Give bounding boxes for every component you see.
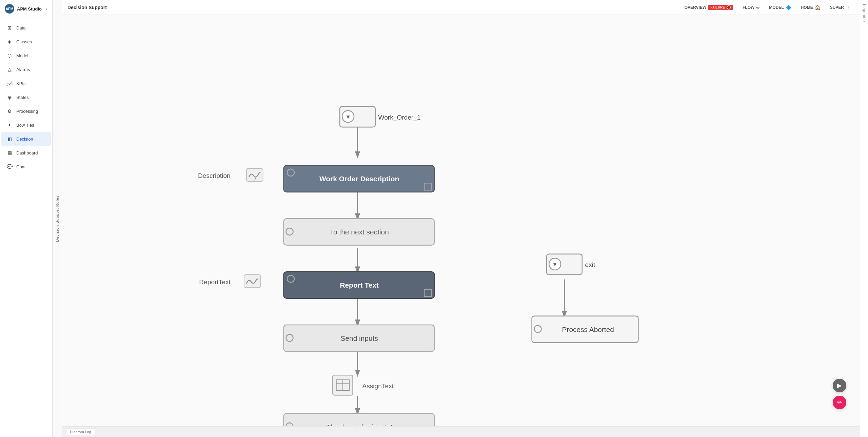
fab-container: ▶ ✏ (833, 379, 846, 409)
sidebar-item-label: Processing (16, 109, 38, 114)
bottombar: Diagram Log (62, 426, 860, 437)
svg-text:Report Text: Report Text (340, 281, 379, 289)
svg-text:Work Order Description: Work Order Description (319, 175, 399, 183)
edit-icon: ✏ (837, 399, 842, 406)
sidebar-item-label: States (16, 95, 29, 100)
svg-text:Description: Description (198, 172, 231, 179)
vertical-label-panel: Decision Support Rules (53, 0, 62, 437)
svg-text:Thank you for inputs!: Thank you for inputs! (326, 423, 392, 426)
failure-badge: FAILURE (708, 5, 733, 10)
processing-icon: ⚙ (6, 108, 13, 115)
play-button[interactable]: ▶ (833, 379, 846, 392)
node-send-inputs[interactable]: Send inputs (284, 325, 434, 351)
sidebar-item-label: Alarms (16, 67, 30, 72)
sidebar-item-label: Chat (16, 164, 25, 169)
failure-dot (727, 5, 731, 9)
svg-text:Send inputs: Send inputs (341, 334, 378, 342)
states-icon: ◉ (6, 94, 13, 101)
sidebar-item-model[interactable]: ⬡ Model (1, 49, 51, 62)
super-icon: ⋮ (846, 5, 850, 10)
sidebar-item-label: Model (16, 53, 28, 58)
home-label: HOME (801, 5, 813, 10)
nav-flow[interactable]: FLOW ∞ (738, 3, 764, 12)
sidebar-item-bow-ties[interactable]: ✦ Bow Ties (1, 118, 51, 132)
sidebar-header: APM APM Studio ‹ (0, 0, 52, 18)
sidebar-item-label: Dashboard (16, 150, 38, 155)
bow-ties-icon: ✦ (6, 122, 13, 128)
svg-text:?: ? (254, 177, 256, 182)
nav-super[interactable]: SUPER ⋮ (826, 3, 854, 12)
node-to-next-section[interactable]: To the next section (284, 218, 434, 245)
node-work-order-description[interactable]: Work Order Description (284, 165, 434, 192)
node-thank-you[interactable]: Thank you for inputs! (284, 413, 434, 426)
sidebar-item-label: KPIs (16, 81, 25, 86)
svg-text:To the next section: To the next section (330, 228, 389, 236)
svg-text:Work_Order_1: Work_Order_1 (378, 114, 420, 121)
sidebar-nav: ⊞ Data ◈ Classes ⬡ Model △ Alarms 📈 KPIs… (0, 18, 52, 437)
play-icon: ▶ (837, 382, 842, 389)
sidebar-item-data[interactable]: ⊞ Data (1, 21, 51, 35)
node-report-text[interactable]: Report Text (284, 272, 434, 298)
super-label: SUPER (830, 5, 844, 10)
topbar-nav: OVERVIEW FAILURE FLOW ∞ MODEL 🔷 HOME 🏠 S… (680, 3, 854, 12)
main-area: Decision Support OVERVIEW FAILURE FLOW ∞… (62, 0, 860, 437)
app-logo: APM (5, 4, 14, 14)
overview-label: OVERVIEW (685, 5, 706, 10)
sidebar-item-label: Classes (16, 39, 32, 44)
kpis-icon: 📈 (6, 80, 13, 87)
alarms-icon: △ (6, 66, 13, 73)
flow-diagram: ▼ Work_Order_1 Work Order Description De… (62, 15, 860, 426)
page-title: Decision Support (67, 5, 680, 10)
svg-text:AssignText: AssignText (362, 382, 394, 390)
inspector-panel: Inspector (860, 0, 868, 437)
sidebar-item-decision[interactable]: ◧ Decision (1, 132, 51, 146)
sidebar: APM APM Studio ‹ ⊞ Data ◈ Classes ⬡ Mode… (0, 0, 53, 437)
sidebar-item-classes[interactable]: ◈ Classes (1, 35, 51, 48)
svg-rect-30 (244, 275, 261, 288)
svg-text:exit: exit (585, 261, 595, 268)
svg-text:Process Aborted: Process Aborted (562, 326, 614, 333)
sidebar-item-chat[interactable]: 💬 Chat (1, 160, 51, 173)
decision-icon: ◧ (6, 136, 13, 142)
failure-text: FAILURE (710, 5, 725, 9)
chat-icon: 💬 (6, 163, 13, 170)
svg-text:▼: ▼ (345, 113, 351, 120)
node-assign-text[interactable]: AssignText (333, 375, 394, 395)
description-input: Description ? (198, 168, 263, 182)
model-icon: ⬡ (6, 52, 13, 59)
home-icon: 🏠 (815, 5, 821, 10)
sidebar-item-dashboard[interactable]: ▦ Dashboard (1, 146, 51, 160)
inspector-label[interactable]: Inspector (862, 4, 866, 22)
sidebar-item-label: Decision (16, 137, 33, 142)
data-icon: ⊞ (6, 24, 13, 31)
sidebar-item-kpis[interactable]: 📈 KPIs (1, 77, 51, 90)
flow-icon: ∞ (756, 5, 760, 10)
edit-button[interactable]: ✏ (833, 396, 846, 409)
nav-model[interactable]: MODEL 🔷 (765, 3, 795, 12)
nav-overview[interactable]: OVERVIEW FAILURE (680, 3, 737, 12)
node-exit[interactable]: ▼ exit (547, 254, 595, 275)
classes-icon: ◈ (6, 38, 13, 45)
flow-label: FLOW (743, 5, 754, 10)
canvas: ▼ Work_Order_1 Work Order Description De… (62, 15, 860, 426)
vertical-label: Decision Support Rules (55, 195, 59, 242)
sidebar-item-states[interactable]: ◉ States (1, 90, 51, 104)
sidebar-item-processing[interactable]: ⚙ Processing (1, 104, 51, 118)
sidebar-item-label: Bow Ties (16, 123, 34, 128)
model-label: MODEL (769, 5, 784, 10)
sidebar-collapse-button[interactable]: ‹ (46, 6, 47, 12)
dashboard-icon: ▦ (6, 149, 13, 156)
nav-home[interactable]: HOME 🏠 (797, 3, 825, 12)
model-nav-icon: 🔷 (786, 5, 791, 10)
node-process-aborted[interactable]: Process Aborted (532, 316, 638, 342)
node-work-order-1[interactable]: ▼ Work_Order_1 (340, 106, 421, 127)
svg-text:▼: ▼ (552, 261, 558, 268)
report-text-input: ReportText (199, 275, 260, 288)
sidebar-item-label: Data (16, 25, 25, 30)
diagram-log-tab[interactable]: Diagram Log (66, 428, 95, 435)
app-title: APM Studio (17, 6, 43, 12)
topbar: Decision Support OVERVIEW FAILURE FLOW ∞… (62, 0, 860, 15)
sidebar-item-alarms[interactable]: △ Alarms (1, 63, 51, 76)
svg-text:ReportText: ReportText (199, 278, 231, 286)
